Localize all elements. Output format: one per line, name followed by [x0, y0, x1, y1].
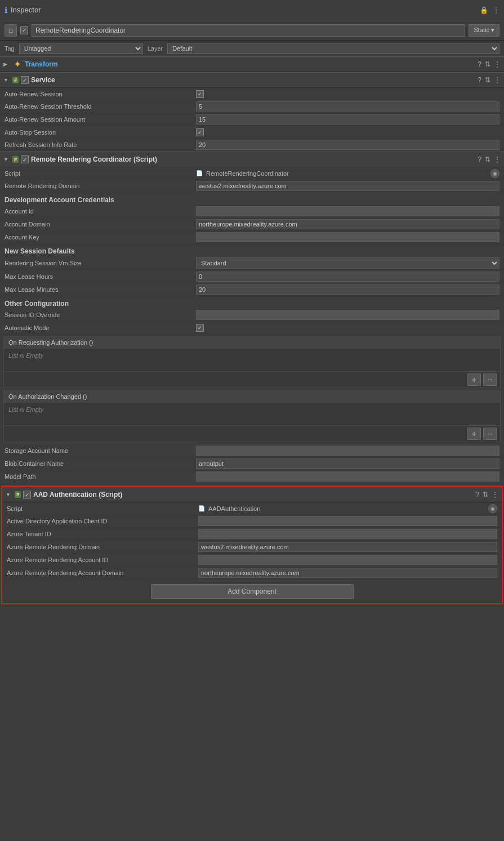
prop-label: Active Directory Application Client ID — [7, 518, 198, 524]
service-props: Auto-Renew Session ✓ Auto-Renew Session … — [0, 88, 504, 152]
prop-label: Refresh Session Info Rate — [5, 141, 196, 148]
session-id-input[interactable] — [196, 310, 499, 320]
arr-account-domain-input[interactable] — [198, 568, 497, 578]
aad-title: AAD Authentication (Script) — [33, 491, 473, 499]
prop-label: Max Lease Hours — [5, 273, 196, 280]
prop-label: Storage Account Name — [5, 447, 196, 454]
kebab-icon-aad[interactable]: ⋮ — [492, 491, 498, 499]
rrc-arrow[interactable]: ▼ — [3, 157, 10, 162]
prop-label: Account Key — [5, 234, 196, 241]
arr-account-id-input[interactable] — [198, 555, 497, 565]
prop-blob-container: Blob Container Name — [0, 457, 504, 470]
rr-domain-input[interactable] — [196, 181, 499, 191]
object-active-checkbox[interactable]: ✓ — [20, 26, 28, 34]
help-icon-service[interactable]: ? — [478, 76, 481, 84]
settings-icon-service[interactable]: ⇅ — [485, 76, 490, 84]
event-title-1: On Requesting Authorization () — [8, 339, 93, 346]
account-key-input[interactable] — [196, 232, 499, 242]
refresh-rate-input[interactable] — [196, 140, 499, 150]
auto-renew-session-checkbox[interactable]: ✓ — [196, 90, 204, 98]
help-icon-rrc[interactable]: ? — [478, 155, 481, 163]
dev-credentials-header: Development Account Credentials — [0, 193, 504, 205]
add-component-button[interactable]: Add Component — [151, 584, 354, 599]
prop-model-path: Model Path — [0, 470, 504, 483]
aad-arrow[interactable]: ▼ — [6, 492, 12, 497]
aad-section: ▼ # ✓ AAD Authentication (Script) ? ⇅ ⋮ … — [1, 486, 503, 604]
help-icon[interactable]: ? — [478, 60, 481, 68]
prop-label: Azure Remote Rendering Account Domain — [7, 569, 198, 576]
event-remove-btn-1[interactable]: − — [483, 373, 497, 386]
prop-storage-account: Storage Account Name — [0, 444, 504, 457]
script-icon: 📄 — [196, 170, 203, 176]
lock-icon[interactable]: 🔒 — [480, 6, 488, 14]
prop-label: Automatic Mode — [5, 324, 196, 331]
aad-section-header: ▼ # ✓ AAD Authentication (Script) ? ⇅ ⋮ — [2, 487, 502, 502]
kebab-icon[interactable]: ⋮ — [493, 6, 499, 14]
service-title: Service — [31, 76, 475, 84]
prop-tenant-id: Azure Tenant ID — [2, 528, 502, 541]
transform-icon: ✦ — [12, 59, 23, 69]
max-lease-hours-input[interactable] — [196, 272, 499, 282]
model-path-input[interactable] — [196, 471, 499, 482]
object-name-input[interactable] — [32, 24, 465, 37]
max-lease-minutes-input[interactable] — [196, 284, 499, 295]
auto-renew-amount-input[interactable] — [196, 114, 499, 124]
rrc-hash: # — [12, 156, 19, 163]
new-session-title: New Session Defaults — [5, 247, 75, 255]
inspector-title: Inspector — [11, 6, 41, 14]
event-add-btn-1[interactable]: + — [467, 373, 481, 386]
static-button[interactable]: Static ▾ — [469, 24, 499, 37]
kebab-icon-service[interactable]: ⋮ — [494, 76, 501, 84]
service-arrow[interactable]: ▼ — [3, 77, 10, 83]
new-session-header: New Session Defaults — [0, 244, 504, 256]
event-body-2: List is Empty — [4, 403, 500, 425]
dev-credentials-title: Development Account Credentials — [5, 196, 114, 204]
prop-auto-renew-threshold: Auto-Renew Session Threshold — [0, 100, 504, 113]
prop-label: Blob Container Name — [5, 460, 196, 467]
rrc-props: Script 📄 RemoteRenderingCoordinator ◉ Re… — [0, 167, 504, 334]
script-value: 📄 RemoteRenderingCoordinator ◉ — [196, 169, 499, 178]
layer-select[interactable]: Default — [167, 43, 499, 54]
kebab-icon-rrc[interactable]: ⋮ — [494, 155, 501, 163]
settings-icon-aad[interactable]: ⇅ — [483, 491, 488, 499]
client-id-input[interactable] — [198, 516, 497, 526]
storage-account-input[interactable] — [196, 446, 499, 456]
settings-icon-rrc[interactable]: ⇅ — [485, 155, 490, 163]
vm-size-dropdown[interactable]: Standard Premium — [196, 257, 499, 269]
script-label: Script — [7, 505, 198, 512]
prop-label: Account Domain — [5, 221, 196, 228]
blob-container-input[interactable] — [196, 459, 499, 469]
account-domain-input[interactable] — [196, 219, 499, 229]
aad-script-select-btn[interactable]: ◉ — [488, 504, 497, 513]
prop-label: Session ID Override — [5, 312, 196, 318]
transform-section-icons: ? ⇅ ⋮ — [478, 60, 501, 68]
prop-rr-domain: Remote Rendering Domain — [0, 180, 504, 193]
service-active-checkbox[interactable]: ✓ — [21, 76, 29, 84]
account-id-input[interactable] — [196, 206, 499, 216]
rrc-active-checkbox[interactable]: ✓ — [21, 155, 29, 163]
prop-label: Remote Rendering Domain — [5, 183, 196, 189]
prop-aad-script: Script 📄 AADAuthentication ◉ — [2, 502, 502, 515]
tenant-id-input[interactable] — [198, 529, 497, 539]
prop-label: Account Id — [5, 208, 196, 215]
script-select-btn[interactable]: ◉ — [490, 169, 499, 178]
settings-icon[interactable]: ⇅ — [485, 60, 490, 68]
auto-renew-threshold-input[interactable] — [196, 101, 499, 112]
other-config-header: Other Configuration — [0, 296, 504, 309]
event-empty-1: List is Empty — [8, 352, 43, 359]
prop-arr-account-id: Azure Remote Rendering Account ID — [2, 554, 502, 567]
kebab-icon-transform[interactable]: ⋮ — [494, 60, 501, 68]
arr-domain-input[interactable] — [198, 542, 497, 552]
event-add-btn-2[interactable]: + — [467, 428, 481, 440]
auto-stop-checkbox[interactable]: ✓ — [196, 128, 204, 136]
transform-arrow[interactable]: ▶ — [3, 61, 10, 67]
event-block-1: On Requesting Authorization () List is E… — [3, 336, 501, 388]
aad-active-checkbox[interactable]: ✓ — [23, 491, 31, 499]
tag-select[interactable]: Untagged — [19, 43, 143, 54]
event-remove-btn-2[interactable]: − — [483, 428, 497, 440]
help-icon-aad[interactable]: ? — [475, 491, 479, 499]
script-label: Script — [5, 170, 196, 177]
auto-mode-checkbox[interactable]: ✓ — [196, 324, 204, 332]
layer-label: Layer — [148, 45, 163, 52]
tag-label: Tag — [5, 45, 15, 52]
